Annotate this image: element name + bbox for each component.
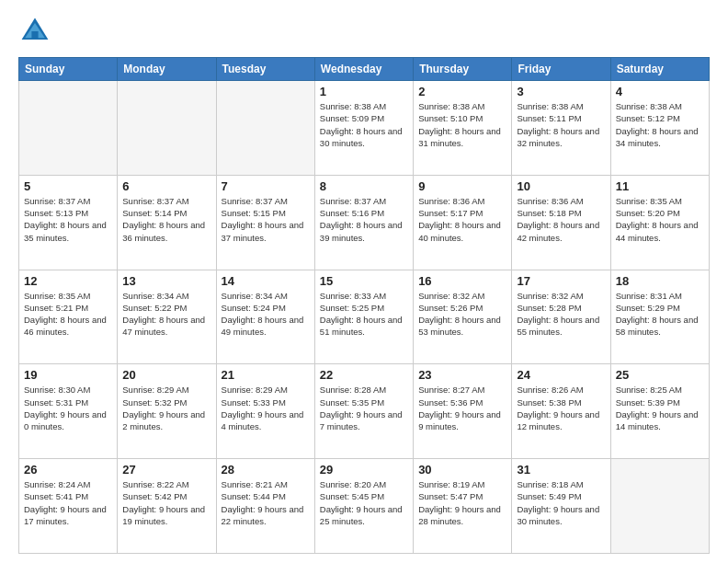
day-info: Sunrise: 8:21 AM Sunset: 5:44 PM Dayligh…	[222, 478, 310, 527]
calendar-cell	[216, 81, 314, 176]
day-number: 23	[418, 368, 506, 382]
day-info: Sunrise: 8:24 AM Sunset: 5:41 PM Dayligh…	[24, 478, 112, 527]
calendar-cell: 16 Sunrise: 8:32 AM Sunset: 5:26 PM Dayl…	[414, 270, 512, 364]
calendar-cell: 13 Sunrise: 8:34 AM Sunset: 5:22 PM Dayl…	[118, 270, 216, 364]
calendar-header: SundayMondayTuesdayWednesdayThursdayFrid…	[19, 58, 710, 81]
day-number: 2	[418, 85, 506, 98]
calendar-cell: 23 Sunrise: 8:27 AM Sunset: 5:36 PM Dayl…	[414, 364, 512, 459]
day-info: Sunrise: 8:27 AM Sunset: 5:36 PM Dayligh…	[418, 384, 506, 432]
day-number: 17	[517, 274, 605, 288]
day-number: 13	[122, 274, 210, 288]
day-info: Sunrise: 8:36 AM Sunset: 5:18 PM Dayligh…	[517, 195, 605, 244]
calendar-cell: 21 Sunrise: 8:29 AM Sunset: 5:33 PM Dayl…	[216, 364, 314, 459]
calendar-table: SundayMondayTuesdayWednesdayThursdayFrid…	[18, 57, 710, 554]
day-number: 27	[122, 463, 210, 477]
day-info: Sunrise: 8:36 AM Sunset: 5:17 PM Dayligh…	[418, 195, 506, 244]
day-info: Sunrise: 8:32 AM Sunset: 5:28 PM Dayligh…	[517, 290, 605, 339]
page: SundayMondayTuesdayWednesdayThursdayFrid…	[0, 0, 728, 563]
day-info: Sunrise: 8:34 AM Sunset: 5:24 PM Dayligh…	[222, 290, 310, 339]
day-number: 3	[517, 85, 605, 98]
day-header-thursday: Thursday	[414, 58, 512, 81]
days-of-week-row: SundayMondayTuesdayWednesdayThursdayFrid…	[19, 58, 710, 81]
day-number: 26	[24, 463, 112, 477]
calendar-cell: 1 Sunrise: 8:38 AM Sunset: 5:09 PM Dayli…	[314, 81, 413, 176]
calendar-cell: 4 Sunrise: 8:38 AM Sunset: 5:12 PM Dayli…	[610, 81, 709, 176]
day-number: 31	[517, 463, 605, 477]
day-number: 8	[320, 179, 408, 193]
day-info: Sunrise: 8:25 AM Sunset: 5:39 PM Dayligh…	[616, 384, 704, 432]
calendar-cell: 2 Sunrise: 8:38 AM Sunset: 5:10 PM Dayli…	[414, 81, 512, 176]
calendar-cell: 29 Sunrise: 8:20 AM Sunset: 5:45 PM Dayl…	[314, 459, 413, 554]
calendar-cell: 12 Sunrise: 8:35 AM Sunset: 5:21 PM Dayl…	[19, 270, 118, 364]
day-info: Sunrise: 8:18 AM Sunset: 5:49 PM Dayligh…	[517, 478, 605, 527]
day-number: 30	[418, 463, 506, 477]
day-number: 21	[222, 368, 310, 382]
day-number: 25	[616, 368, 704, 382]
day-number: 6	[122, 179, 210, 193]
calendar-cell: 11 Sunrise: 8:35 AM Sunset: 5:20 PM Dayl…	[610, 175, 709, 270]
calendar-cell: 28 Sunrise: 8:21 AM Sunset: 5:44 PM Dayl…	[216, 459, 314, 554]
day-number: 5	[24, 179, 112, 193]
day-info: Sunrise: 8:29 AM Sunset: 5:32 PM Dayligh…	[122, 384, 210, 432]
day-info: Sunrise: 8:37 AM Sunset: 5:15 PM Dayligh…	[222, 195, 310, 244]
calendar-cell: 31 Sunrise: 8:18 AM Sunset: 5:49 PM Dayl…	[512, 459, 610, 554]
day-info: Sunrise: 8:22 AM Sunset: 5:42 PM Dayligh…	[122, 478, 210, 527]
day-info: Sunrise: 8:37 AM Sunset: 5:13 PM Dayligh…	[24, 195, 112, 244]
calendar-cell: 22 Sunrise: 8:28 AM Sunset: 5:35 PM Dayl…	[314, 364, 413, 459]
calendar-cell: 3 Sunrise: 8:38 AM Sunset: 5:11 PM Dayli…	[512, 81, 610, 176]
calendar-cell: 8 Sunrise: 8:37 AM Sunset: 5:16 PM Dayli…	[314, 175, 413, 270]
day-number: 11	[616, 179, 704, 193]
day-number: 7	[222, 179, 310, 193]
calendar-cell: 25 Sunrise: 8:25 AM Sunset: 5:39 PM Dayl…	[610, 364, 709, 459]
calendar-cell	[118, 81, 216, 176]
day-info: Sunrise: 8:33 AM Sunset: 5:25 PM Dayligh…	[320, 290, 408, 339]
day-info: Sunrise: 8:28 AM Sunset: 5:35 PM Dayligh…	[320, 384, 408, 432]
day-number: 9	[418, 179, 506, 193]
header	[18, 15, 710, 48]
day-info: Sunrise: 8:20 AM Sunset: 5:45 PM Dayligh…	[320, 478, 408, 527]
day-info: Sunrise: 8:32 AM Sunset: 5:26 PM Dayligh…	[418, 290, 506, 339]
day-info: Sunrise: 8:26 AM Sunset: 5:38 PM Dayligh…	[517, 384, 605, 432]
calendar-cell: 20 Sunrise: 8:29 AM Sunset: 5:32 PM Dayl…	[118, 364, 216, 459]
week-row-4: 19 Sunrise: 8:30 AM Sunset: 5:31 PM Dayl…	[19, 364, 710, 459]
calendar-cell: 18 Sunrise: 8:31 AM Sunset: 5:29 PM Dayl…	[610, 270, 709, 364]
calendar-cell: 9 Sunrise: 8:36 AM Sunset: 5:17 PM Dayli…	[414, 175, 512, 270]
day-number: 29	[320, 463, 408, 477]
calendar-cell: 19 Sunrise: 8:30 AM Sunset: 5:31 PM Dayl…	[19, 364, 118, 459]
calendar-cell: 24 Sunrise: 8:26 AM Sunset: 5:38 PM Dayl…	[512, 364, 610, 459]
calendar-cell: 6 Sunrise: 8:37 AM Sunset: 5:14 PM Dayli…	[118, 175, 216, 270]
day-number: 1	[320, 85, 408, 98]
calendar-cell: 10 Sunrise: 8:36 AM Sunset: 5:18 PM Dayl…	[512, 175, 610, 270]
logo-icon	[18, 15, 51, 48]
day-info: Sunrise: 8:35 AM Sunset: 5:21 PM Dayligh…	[24, 290, 112, 339]
day-number: 14	[222, 274, 310, 288]
calendar-body: 1 Sunrise: 8:38 AM Sunset: 5:09 PM Dayli…	[19, 81, 710, 554]
day-info: Sunrise: 8:30 AM Sunset: 5:31 PM Dayligh…	[24, 384, 112, 432]
day-number: 22	[320, 368, 408, 382]
calendar-cell: 17 Sunrise: 8:32 AM Sunset: 5:28 PM Dayl…	[512, 270, 610, 364]
day-header-monday: Monday	[118, 58, 216, 81]
calendar-cell	[610, 459, 709, 554]
day-number: 10	[517, 179, 605, 193]
day-header-wednesday: Wednesday	[314, 58, 413, 81]
day-header-friday: Friday	[512, 58, 610, 81]
day-number: 28	[222, 463, 310, 477]
day-number: 19	[24, 368, 112, 382]
day-number: 18	[616, 274, 704, 288]
day-number: 24	[517, 368, 605, 382]
week-row-3: 12 Sunrise: 8:35 AM Sunset: 5:21 PM Dayl…	[19, 270, 710, 364]
day-number: 12	[24, 274, 112, 288]
day-header-saturday: Saturday	[610, 58, 709, 81]
day-info: Sunrise: 8:38 AM Sunset: 5:09 PM Dayligh…	[320, 100, 408, 149]
day-number: 4	[616, 85, 704, 98]
day-info: Sunrise: 8:38 AM Sunset: 5:12 PM Dayligh…	[616, 100, 704, 149]
day-info: Sunrise: 8:37 AM Sunset: 5:14 PM Dayligh…	[122, 195, 210, 244]
day-number: 15	[320, 274, 408, 288]
calendar-cell: 7 Sunrise: 8:37 AM Sunset: 5:15 PM Dayli…	[216, 175, 314, 270]
calendar-cell: 5 Sunrise: 8:37 AM Sunset: 5:13 PM Dayli…	[19, 175, 118, 270]
day-info: Sunrise: 8:31 AM Sunset: 5:29 PM Dayligh…	[616, 290, 704, 339]
logo	[18, 15, 57, 48]
day-number: 16	[418, 274, 506, 288]
calendar-cell: 14 Sunrise: 8:34 AM Sunset: 5:24 PM Dayl…	[216, 270, 314, 364]
calendar-cell: 26 Sunrise: 8:24 AM Sunset: 5:41 PM Dayl…	[19, 459, 118, 554]
